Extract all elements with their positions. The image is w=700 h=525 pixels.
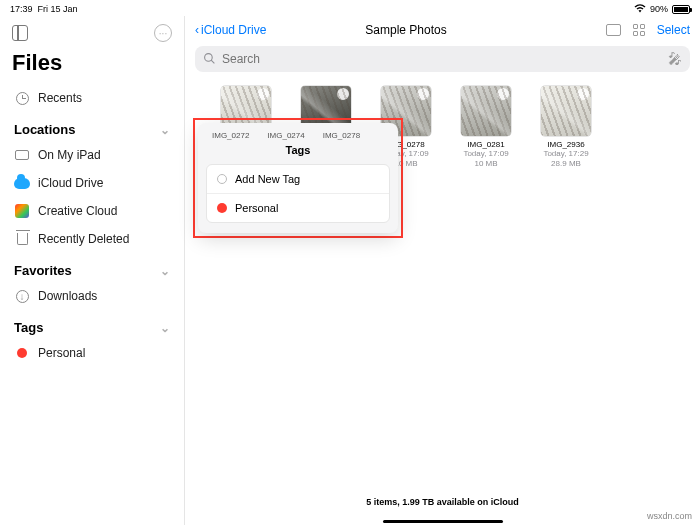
sidebar-item-on-my-ipad[interactable]: On My iPad bbox=[10, 141, 174, 169]
ipad-icon bbox=[14, 147, 30, 163]
icloud-badge-icon bbox=[577, 88, 589, 100]
status-time: 17:39 bbox=[10, 4, 33, 14]
sidebar-toggle-icon[interactable] bbox=[12, 25, 28, 41]
icloud-badge-icon bbox=[257, 88, 269, 100]
mic-icon[interactable]: 🎤︎ bbox=[668, 51, 682, 67]
tag-row-personal[interactable]: Personal bbox=[207, 193, 389, 222]
sidebar: ··· Files Recents Locations ⌄ On My iPad… bbox=[0, 16, 185, 525]
sidebar-header-locations[interactable]: Locations ⌄ bbox=[10, 112, 174, 141]
new-folder-icon[interactable] bbox=[606, 24, 621, 36]
download-icon: ↓ bbox=[14, 288, 30, 304]
chevron-down-icon: ⌄ bbox=[160, 123, 170, 137]
status-left: 17:39 Fri 15 Jan bbox=[10, 4, 78, 14]
file-date: Today, 17:29 bbox=[543, 149, 588, 159]
trash-icon bbox=[14, 231, 30, 247]
sidebar-header-tags[interactable]: Tags ⌄ bbox=[10, 310, 174, 339]
back-label: iCloud Drive bbox=[201, 23, 266, 37]
sidebar-item-label: On My iPad bbox=[38, 148, 101, 162]
sidebar-item-label: Personal bbox=[38, 346, 85, 360]
file-item[interactable]: IMG_2936 Today, 17:29 28.9 MB bbox=[535, 86, 597, 170]
sidebar-item-label: Creative Cloud bbox=[38, 204, 117, 218]
tags-popover: IMG_0272IMG_0274IMG_0278 Tags Add New Ta… bbox=[198, 123, 398, 233]
home-indicator[interactable] bbox=[383, 520, 503, 523]
select-button[interactable]: Select bbox=[657, 23, 690, 37]
sidebar-item-label: Recently Deleted bbox=[38, 232, 129, 246]
chevron-down-icon: ⌄ bbox=[160, 264, 170, 278]
battery-percent: 90% bbox=[650, 4, 668, 14]
view-mode-icon[interactable] bbox=[633, 24, 645, 36]
icloud-badge-icon bbox=[497, 88, 509, 100]
sidebar-item-tag-personal[interactable]: Personal bbox=[10, 339, 174, 367]
tags-popover-highlight: IMG_0272IMG_0274IMG_0278 Tags Add New Ta… bbox=[193, 118, 403, 238]
chevron-down-icon: ⌄ bbox=[160, 321, 170, 335]
more-options-icon[interactable]: ··· bbox=[154, 24, 172, 42]
file-item[interactable]: IMG_0281 Today, 17:09 10 MB bbox=[455, 86, 517, 170]
status-right: 90% bbox=[634, 4, 690, 15]
file-thumbnail bbox=[541, 86, 591, 136]
status-bar: 17:39 Fri 15 Jan 90% bbox=[0, 0, 700, 16]
search-bar[interactable]: 🎤︎ bbox=[195, 46, 690, 72]
creative-cloud-icon bbox=[14, 203, 30, 219]
watermark: wsxdn.com bbox=[647, 511, 692, 521]
sidebar-item-creative-cloud[interactable]: Creative Cloud bbox=[10, 197, 174, 225]
icloud-badge-icon bbox=[337, 88, 349, 100]
file-name: IMG_0281 bbox=[455, 140, 517, 149]
popover-title: Tags bbox=[206, 142, 390, 164]
tag-dot-icon bbox=[14, 345, 30, 361]
popover-list: Add New Tag Personal bbox=[206, 164, 390, 223]
battery-icon bbox=[672, 5, 690, 14]
sidebar-item-label: iCloud Drive bbox=[38, 176, 103, 190]
empty-tag-icon bbox=[217, 174, 227, 184]
sidebar-item-label: Downloads bbox=[38, 289, 97, 303]
chevron-left-icon: ‹ bbox=[195, 23, 199, 37]
app-title: Files bbox=[10, 46, 174, 84]
tag-label: Personal bbox=[235, 202, 278, 214]
cloud-icon bbox=[14, 175, 30, 191]
page-title: Sample Photos bbox=[266, 23, 605, 37]
sidebar-item-icloud-drive[interactable]: iCloud Drive bbox=[10, 169, 174, 197]
sidebar-item-recently-deleted[interactable]: Recently Deleted bbox=[10, 225, 174, 253]
file-thumbnail bbox=[461, 86, 511, 136]
search-input[interactable] bbox=[222, 52, 662, 66]
tag-dot-icon bbox=[217, 203, 227, 213]
svg-point-0 bbox=[205, 53, 213, 61]
footer-status: 5 items, 1.99 TB available on iCloud bbox=[185, 497, 700, 507]
sidebar-item-recents[interactable]: Recents bbox=[10, 84, 174, 112]
sidebar-item-label: Recents bbox=[38, 91, 82, 105]
clock-icon bbox=[14, 90, 30, 106]
back-button[interactable]: ‹ iCloud Drive bbox=[195, 23, 266, 37]
file-size: 28.9 MB bbox=[551, 159, 581, 169]
wifi-icon bbox=[634, 4, 646, 15]
search-icon bbox=[203, 52, 216, 67]
file-size: 10 MB bbox=[474, 159, 497, 169]
obscured-filenames: IMG_0272IMG_0274IMG_0278 bbox=[206, 131, 390, 142]
main-header: ‹ iCloud Drive Sample Photos Select bbox=[185, 16, 700, 44]
file-date: Today, 17:09 bbox=[463, 149, 508, 159]
sidebar-item-downloads[interactable]: ↓ Downloads bbox=[10, 282, 174, 310]
status-date: Fri 15 Jan bbox=[38, 4, 78, 14]
file-name: IMG_2936 bbox=[535, 140, 597, 149]
add-new-tag-row[interactable]: Add New Tag bbox=[207, 165, 389, 193]
svg-line-1 bbox=[211, 60, 214, 63]
main-panel: ‹ iCloud Drive Sample Photos Select 🎤︎ I… bbox=[185, 16, 700, 525]
sidebar-header-favorites[interactable]: Favorites ⌄ bbox=[10, 253, 174, 282]
icloud-badge-icon bbox=[417, 88, 429, 100]
add-new-tag-label: Add New Tag bbox=[235, 173, 300, 185]
